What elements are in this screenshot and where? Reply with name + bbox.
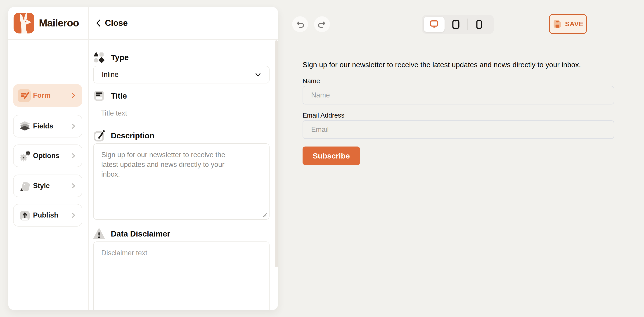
chevron-right-icon	[70, 92, 77, 99]
undo-button[interactable]	[292, 16, 308, 32]
type-section-heading: Type	[93, 52, 129, 63]
device-tablet-button[interactable]	[444, 15, 467, 34]
chevron-left-icon	[95, 19, 102, 27]
warning-icon	[93, 228, 105, 240]
sidebar-item-publish[interactable]: Publish	[13, 204, 82, 226]
sidebar: Maileroo Form	[8, 7, 88, 310]
edit-pencil-icon	[93, 130, 105, 142]
undo-icon	[295, 19, 305, 29]
section-title: Title	[111, 91, 127, 100]
save-label: SAVE	[565, 20, 584, 28]
editor-scrollbar[interactable]	[275, 40, 278, 267]
title-block-icon	[93, 90, 105, 102]
disclaimer-section-heading: Data Disclaimer	[93, 228, 170, 240]
sidebar-item-label: Form	[33, 84, 51, 106]
type-select[interactable]: Inline	[93, 66, 270, 84]
description-textarea[interactable]: Sign up for our newsletter to receive th…	[94, 144, 269, 219]
sidebar-item-style[interactable]: Style	[13, 174, 82, 197]
preview-email-input[interactable]	[302, 120, 614, 139]
preview-heading: Sign up for our newsletter to receive th…	[302, 60, 614, 69]
editor-header: Close	[89, 7, 278, 39]
device-toggle-group	[422, 15, 494, 34]
close-label: Close	[105, 18, 128, 28]
resize-handle-icon[interactable]	[262, 212, 267, 217]
brand-name: Maileroo	[39, 13, 79, 34]
sidebar-header-divider	[8, 39, 88, 40]
mobile-icon	[474, 19, 484, 30]
preview-name-input[interactable]	[302, 86, 614, 104]
maileroo-logo-icon	[14, 13, 34, 34]
editor-panel: Type Inline Title	[89, 40, 278, 310]
layers-icon	[19, 121, 31, 132]
sidebar-item-options[interactable]: Options	[13, 144, 82, 167]
section-title: Data Disclaimer	[111, 229, 170, 238]
chevron-right-icon	[70, 212, 77, 219]
section-title: Description	[111, 131, 154, 140]
style-card-icon	[19, 180, 31, 192]
form-preview: Sign up for our newsletter to receive th…	[302, 60, 614, 69]
tablet-icon	[451, 19, 461, 30]
app-sheet: Maileroo Form	[8, 7, 278, 310]
shapes-icon	[93, 52, 105, 63]
disclaimer-textarea[interactable]	[94, 242, 269, 310]
section-title: Type	[111, 53, 129, 62]
preview-name-label: Name	[302, 77, 320, 85]
device-mobile-button[interactable]	[468, 15, 490, 34]
sidebar-item-form[interactable]: Form	[13, 84, 82, 107]
sidebar-item-fields[interactable]: Fields	[13, 115, 82, 138]
chevron-down-icon	[254, 71, 262, 78]
sidebar-item-label: Options	[33, 145, 60, 167]
sidebar-item-label: Fields	[33, 115, 53, 137]
gears-icon	[19, 150, 31, 162]
subscribe-button[interactable]: Subscribe	[302, 146, 360, 165]
sidebar-item-label: Style	[33, 175, 50, 197]
sidebar-item-label: Publish	[33, 204, 58, 226]
preview-email-label: Email Address	[302, 112, 344, 119]
desktop-icon	[429, 19, 439, 30]
device-desktop-button[interactable]	[424, 17, 444, 32]
save-floppy-icon	[552, 19, 562, 29]
description-field-wrap: Sign up for our newsletter to receive th…	[93, 143, 270, 220]
description-section-heading: Description	[93, 130, 154, 142]
redo-button[interactable]	[314, 16, 330, 32]
close-button[interactable]: Close	[95, 16, 128, 30]
disclaimer-field-wrap	[93, 242, 270, 310]
save-button[interactable]: SAVE	[549, 14, 587, 34]
upload-icon	[19, 210, 31, 222]
type-select-value: Inline	[102, 70, 254, 79]
redo-icon	[317, 19, 327, 29]
chevron-right-icon	[70, 152, 77, 159]
chevron-right-icon	[70, 182, 77, 189]
form-edit-icon	[19, 90, 31, 102]
title-section-heading: Title	[93, 90, 127, 102]
title-input[interactable]	[93, 105, 278, 122]
chevron-right-icon	[70, 123, 77, 130]
